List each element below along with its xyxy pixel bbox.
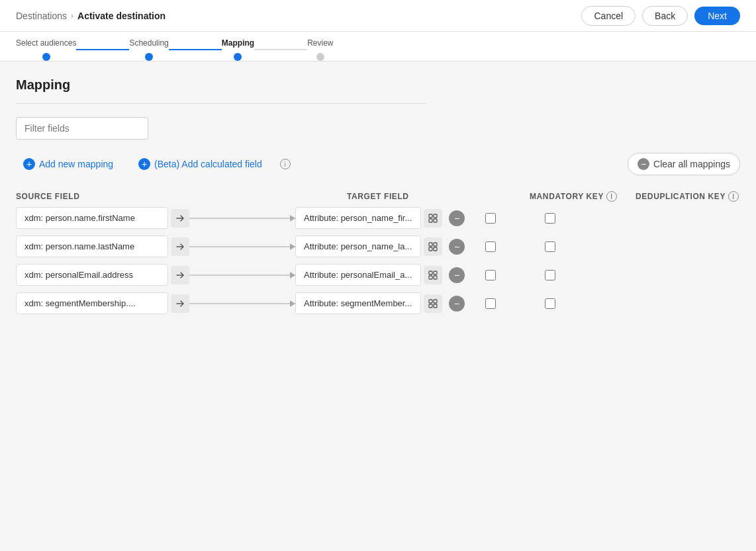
dedup-checkbox-2[interactable] [545,270,555,280]
remove-row-btn-3[interactable]: − [449,296,465,312]
remove-row-btn-1[interactable]: − [449,239,465,255]
step-mapping-dot [234,53,242,61]
target-schema-btn-2[interactable] [424,266,442,284]
table-row: xdm: personalEmail.address Attribute: pe… [16,264,740,286]
add-calculated-label: (Beta) Add calculated field [154,159,262,169]
svg-rect-3 [434,219,437,222]
calculated-info-icon[interactable]: i [280,159,291,169]
mandatory-checkbox-wrap-0 [481,213,500,224]
next-button[interactable]: Next [694,7,740,25]
schema-icon [428,299,438,308]
add-mapping-plus-icon: + [23,158,35,170]
source-field-1: xdm: person.name.lastName [16,235,168,257]
remove-icon-0: − [454,214,459,223]
back-button[interactable]: Back [642,6,688,26]
source-field-3: xdm: segmentMembership.... [16,292,168,314]
step-line-2 [169,49,222,50]
header-actions: Cancel Back Next [581,6,740,26]
breadcrumb-current: Activate destination [77,11,165,21]
target-schema-btn-1[interactable] [424,237,442,256]
clear-all-mappings-button[interactable]: − Clear all mappings [628,153,740,175]
remove-row-btn-2[interactable]: − [449,267,465,283]
svg-rect-11 [434,276,437,279]
schema-icon [428,271,438,280]
table-row: xdm: person.name.lastName Attribute: per… [16,235,740,257]
clear-all-label: Clear all mappings [653,159,730,169]
arrow-right-icon [175,299,185,308]
arrow-right-icon [175,242,185,251]
step-mapping-label: Mapping [222,38,254,48]
step-scheduling: Scheduling [129,38,168,61]
dedup-checkbox-1[interactable] [545,241,555,252]
source-arrow-btn-2[interactable] [171,266,189,284]
dedup-info-icon[interactable]: i [728,191,739,202]
dedup-checkbox-wrap-2 [540,270,560,280]
add-calculated-field-button[interactable]: + (Beta) Add calculated field [131,153,272,175]
remove-icon-3: − [454,299,459,308]
source-arrow-btn-1[interactable] [171,237,189,256]
target-field-1: Attribute: person_name_la... [295,235,421,257]
source-field-2: xdm: personalEmail.address [16,264,168,286]
col-dedup-header: DEDUPLICATION KEY i [636,191,740,202]
mandatory-checkbox-wrap-1 [481,241,500,252]
clear-all-minus-icon: − [638,158,649,170]
filter-input[interactable] [16,117,148,140]
dedup-checkbox-wrap-3 [540,298,560,309]
source-field-text-0: xdm: person.name.firstName [24,213,135,223]
svg-rect-0 [429,214,432,218]
dedup-checkbox-0[interactable] [545,213,555,224]
dedup-checkbox-wrap-0 [540,213,560,224]
source-arrow-btn-3[interactable] [171,294,189,313]
add-new-mapping-button[interactable]: + Add new mapping [16,153,123,175]
target-field-text-1: Attribute: person_name_la... [304,241,412,251]
table-header: SOURCE FIELD TARGET FIELD MANDATORY KEY … [16,191,740,207]
step-mapping: Mapping [222,38,254,61]
dedup-checkbox-wrap-1 [540,241,560,252]
step-select-audiences-label: Select audiences [16,38,76,48]
dedup-checkbox-3[interactable] [545,298,555,309]
actions-row: + Add new mapping + (Beta) Add calculate… [16,153,740,175]
step-scheduling-dot [145,53,153,61]
connector-line-1 [189,246,295,247]
schema-icon [428,214,438,223]
target-schema-btn-0[interactable] [424,209,442,228]
source-arrow-btn-0[interactable] [171,209,189,228]
mandatory-info-icon[interactable]: i [606,191,617,202]
remove-row-btn-0[interactable]: − [449,210,465,226]
step-line-1 [76,49,129,50]
col-mandatory-header: MANDATORY KEY i [530,191,636,202]
step-review: Review [307,38,333,61]
target-field-0: Attribute: person_name_fir... [295,207,421,229]
cancel-button[interactable]: Cancel [581,6,636,26]
breadcrumb-parent[interactable]: Destinations [16,11,67,21]
svg-rect-9 [434,271,437,275]
source-field-0: xdm: person.name.firstName [16,207,168,229]
breadcrumb: Destinations › Activate destination [16,11,165,21]
table-row: xdm: segmentMembership.... Attribute: se… [16,292,740,314]
svg-rect-8 [429,271,432,275]
main-content: Mapping + Add new mapping + (Beta) Add c… [0,62,756,337]
mandatory-checkbox-0[interactable] [485,213,496,224]
svg-rect-7 [434,247,437,251]
svg-rect-1 [434,214,437,218]
mandatory-checkbox-1[interactable] [485,241,496,252]
step-review-dot [316,53,324,61]
step-review-label: Review [307,38,333,48]
mandatory-checkbox-2[interactable] [485,270,496,280]
mandatory-checkbox-3[interactable] [485,298,496,309]
title-divider [16,103,426,104]
add-mapping-label: Add new mapping [39,159,113,169]
mandatory-checkbox-wrap-3 [481,298,500,309]
step-select-audiences: Select audiences [16,38,76,61]
stepper: Select audiences Scheduling Mapping Revi… [0,32,756,62]
schema-icon [428,242,438,251]
svg-rect-5 [434,243,437,246]
target-schema-btn-3[interactable] [424,294,442,313]
svg-rect-14 [429,304,432,308]
connector-line-0 [189,218,295,219]
target-field-3: Attribute: segmentMember... [295,292,421,314]
col-target-header: TARGET FIELD [347,192,493,201]
mapping-table: SOURCE FIELD TARGET FIELD MANDATORY KEY … [16,191,740,314]
svg-rect-13 [434,300,437,303]
page-title: Mapping [16,77,740,93]
